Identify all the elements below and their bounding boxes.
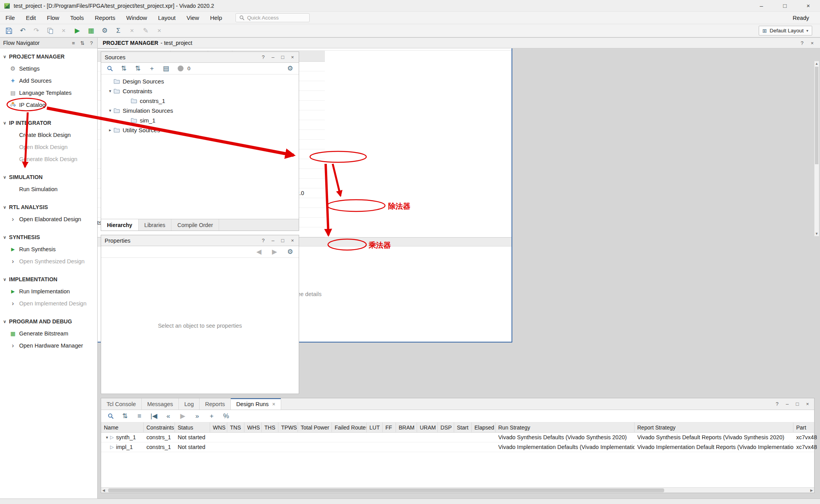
tab-log[interactable]: Log [179,398,200,410]
tab-libraries[interactable]: Libraries [139,219,172,231]
flownav-item-language-templates[interactable]: ▤Language Templates [0,87,97,99]
close-icon[interactable]: × [272,401,275,407]
back-icon[interactable]: ◀ [253,247,265,257]
help-icon[interactable]: ? [799,40,805,46]
runs-col-tns[interactable]: TNS [227,422,244,432]
step-first-icon[interactable]: |◀ [148,411,160,421]
runs-col-dsp[interactable]: DSP [438,422,454,432]
tab-hierarchy[interactable]: Hierarchy [101,219,139,231]
flownav-item-run-implementation[interactable]: ▶Run Implementation [0,285,97,297]
runs-col-name[interactable]: Name [101,422,144,432]
collapse-icon[interactable]: ⇅ [118,63,130,74]
runs-col-whs[interactable]: WHS [244,422,262,432]
runs-col-elapsed[interactable]: Elapsed [472,422,496,432]
flownav-section-header-project-manager[interactable]: ∨PROJECT MANAGER [0,51,97,62]
sources-tree-item-constrs-1[interactable]: constrs_1 [101,96,299,106]
flownav-item-open-synthesized-design[interactable]: ›Open Synthesized Design [0,255,97,267]
menu-file[interactable]: File [0,12,20,24]
help-icon[interactable]: ? [260,54,266,60]
forward-icon[interactable]: ▶ [269,247,280,257]
runs-col-bram[interactable]: BRAM [396,422,417,432]
report-icon[interactable]: ▤ [160,63,172,74]
runs-col-tpws[interactable]: TPWS [278,422,298,432]
flownav-item-open-elaborated-design[interactable]: ›Open Elaborated Design [0,213,97,225]
runs-col-status[interactable]: Status [175,422,210,432]
quick-access-search[interactable]: Quick Access [235,13,310,22]
close-icon[interactable]: × [290,54,295,60]
runs-col-total-power[interactable]: Total Power [298,422,332,432]
fast-forward-icon[interactable]: » [191,411,203,421]
collapse-icon[interactable]: ⇅ [119,411,131,421]
runs-col-lut[interactable]: LUT [367,422,383,432]
flownav-item-run-simulation[interactable]: Run Simulation [0,183,97,195]
runs-col-constraints[interactable]: Constraints [144,422,175,432]
vertical-scrollbar[interactable]: ▲ ▼ [814,61,819,236]
flownav-item-generate-block-design[interactable]: Generate Block Design [0,153,97,165]
flownav-section-header-rtl-analysis[interactable]: ∨RTL ANALYSIS [0,201,97,213]
flownav-item-add-sources[interactable]: +Add Sources [0,75,97,87]
menu-help[interactable]: Help [205,12,228,24]
menu-flow[interactable]: Flow [41,12,65,24]
float-icon[interactable]: □ [795,401,800,407]
flownav-item-run-synthesis[interactable]: ▶Run Synthesis [0,243,97,255]
percent-icon[interactable]: % [220,411,232,421]
settings-icon[interactable]: ⚙ [284,247,296,257]
sources-tree-item-design-sources[interactable]: Design Sources [101,76,299,86]
minimize-icon[interactable]: – [750,0,773,11]
menu-edit[interactable]: Edit [20,12,41,24]
flownav-item-generate-bitstream[interactable]: ▦Generate Bitstream [0,327,97,339]
sigma-icon[interactable]: Σ [112,25,124,36]
search-icon[interactable] [105,411,116,421]
flownav-section-header-program-and-debug[interactable]: ∨PROGRAM AND DEBUG [0,316,97,327]
flownav-item-settings[interactable]: ⚙Settings [0,62,97,75]
save-icon[interactable] [3,25,15,36]
delete-icon[interactable]: × [58,25,70,36]
runs-col-ths[interactable]: THS [262,422,278,432]
close-icon[interactable]: × [809,40,815,46]
runs-col-report-strategy[interactable]: Report Strategy [635,422,793,432]
scrollbar-thumb[interactable] [815,67,818,164]
menu-tools[interactable]: Tools [65,12,89,24]
rewind-icon[interactable]: « [162,411,174,421]
undo-icon[interactable]: ↶ [17,25,29,36]
tab-design-runs[interactable]: Design Runs× [231,398,281,410]
copy-icon[interactable] [44,25,56,36]
help-icon[interactable]: ? [89,40,94,46]
flownav-item-open-hardware-manager[interactable]: ›Open Hardware Manager [0,339,97,351]
close-icon[interactable]: × [805,401,810,407]
scroll-left-icon[interactable]: ◀ [101,488,106,493]
flownav-item-open-block-design[interactable]: Open Block Design [0,141,97,153]
scroll-down-icon[interactable]: ▼ [815,232,819,236]
help-icon[interactable]: ? [260,238,266,243]
collapse-icon[interactable]: ⇅ [80,40,85,46]
flownav-item-open-implemented-design[interactable]: ›Open Implemented Design [0,297,97,309]
settings-icon[interactable]: ⚙ [99,25,111,36]
sources-tree-item-utility-sources[interactable]: ▸Utility Sources [101,125,299,135]
tab-messages[interactable]: Messages [142,398,179,410]
scrollbar-thumb[interactable] [108,488,664,492]
layout-selector[interactable]: ⊞ Default Layout ▾ [759,26,812,35]
board-icon[interactable]: ▦ [85,25,97,36]
flownav-section-header-simulation[interactable]: ∨SIMULATION [0,171,97,183]
chevron-expanded-icon[interactable]: ▾ [107,108,114,113]
runs-row-impl-1[interactable]: ▷impl_1constrs_1Not startedVivado Implem… [101,442,814,452]
minimize-icon[interactable]: – [270,54,276,60]
chevron-expanded-icon[interactable]: ▾ [104,435,110,440]
scroll-up-icon[interactable]: ▲ [815,62,819,66]
runs-col-part[interactable]: Part [793,422,817,432]
runs-col-run-strategy[interactable]: Run Strategy [496,422,635,432]
add-icon[interactable]: + [206,411,217,421]
flownav-section-header-ip-integrator[interactable]: ∨IP INTEGRATOR [0,117,97,129]
horizontal-scrollbar[interactable]: ◀ ▶ [101,487,814,493]
minimize-icon[interactable]: – [784,401,790,407]
redo-icon[interactable]: ↷ [30,25,42,36]
edit-icon[interactable]: ✎ [140,25,152,36]
runs-row-synth-1[interactable]: ▾▷synth_1constrs_1Not startedVivado Synt… [101,433,814,442]
sources-tree-item-simulation-sources[interactable]: ▾Simulation Sources [101,106,299,115]
expand-icon[interactable]: ⇅ [132,63,144,74]
float-icon[interactable]: □ [280,238,285,243]
scroll-right-icon[interactable]: ▶ [809,488,814,493]
menu-layout[interactable]: Layout [153,12,181,24]
menu-reports[interactable]: Reports [89,12,121,24]
sources-tree-item-sim-1[interactable]: sim_1 [101,115,299,125]
